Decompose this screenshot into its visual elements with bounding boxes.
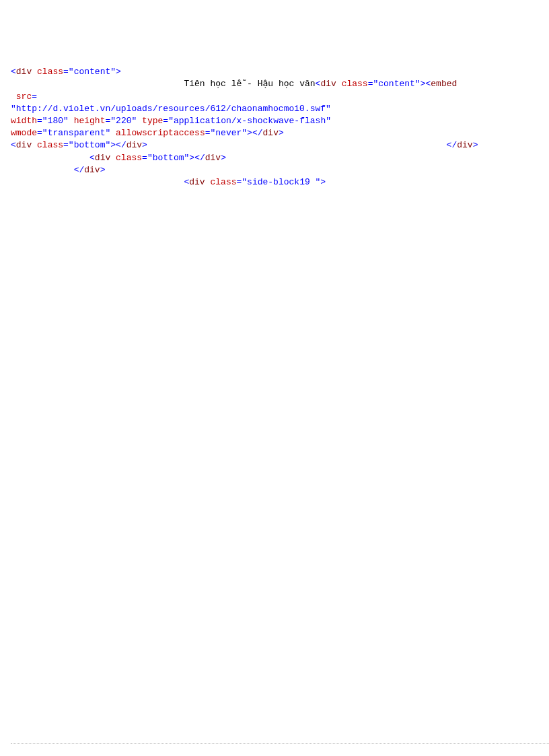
tag-close-bracket: > [116, 67, 121, 77]
code-line-9: </div> [11, 165, 105, 175]
code-line-6: wmode="transparent" allowscriptaccess="n… [11, 128, 284, 138]
code-line-2: Tiên học lễ - Hậu học văn<div class="con… [11, 79, 457, 89]
attr-allowscriptaccess: allowscriptaccess [116, 128, 205, 138]
attr-val-content: "content" [69, 67, 116, 77]
page-footer-divider [11, 743, 549, 744]
code-line-7: <div class="bottom"></div> </div> [11, 140, 478, 150]
code-line-10: <div class="side-block19 "> [11, 177, 326, 187]
attr-val-url: "http://d.violet.vn/uploads/resources/61… [11, 104, 331, 114]
attr-val-sideblock: "side-block19 " [242, 177, 320, 187]
code-line-3: src= [11, 92, 37, 102]
attr-src: src [16, 92, 32, 102]
code-line-4: "http://d.violet.vn/uploads/resources/61… [11, 104, 331, 114]
attr-width: width [11, 116, 37, 126]
attr-val-type: "application/x-shockwave-flash" [168, 116, 331, 126]
attr-height: height [74, 116, 106, 126]
attr-type: type [142, 116, 163, 126]
attr-val-bottom: "bottom" [69, 140, 110, 150]
attr-val-wmode: "transparent" [42, 128, 110, 138]
attr-val-asa: "never" [211, 128, 248, 138]
document-page: <<divdiv class="content"> Tiên học lễ - … [0, 0, 549, 188]
attr-class: class [37, 67, 63, 77]
attr-wmode: wmode [11, 128, 37, 138]
code-line-8: <div class="bottom"></div> [11, 153, 226, 163]
code-line-1: <<divdiv class="content"> [11, 67, 121, 77]
tag-open-bracket: < [11, 67, 16, 77]
attr-val-height: "220" [110, 116, 137, 126]
content-text: Tiên học lễ - Hậu học văn [184, 79, 315, 89]
code-line-5: width="180" height="220" type="applicati… [11, 116, 331, 126]
attr-val-width: "180" [42, 116, 69, 126]
